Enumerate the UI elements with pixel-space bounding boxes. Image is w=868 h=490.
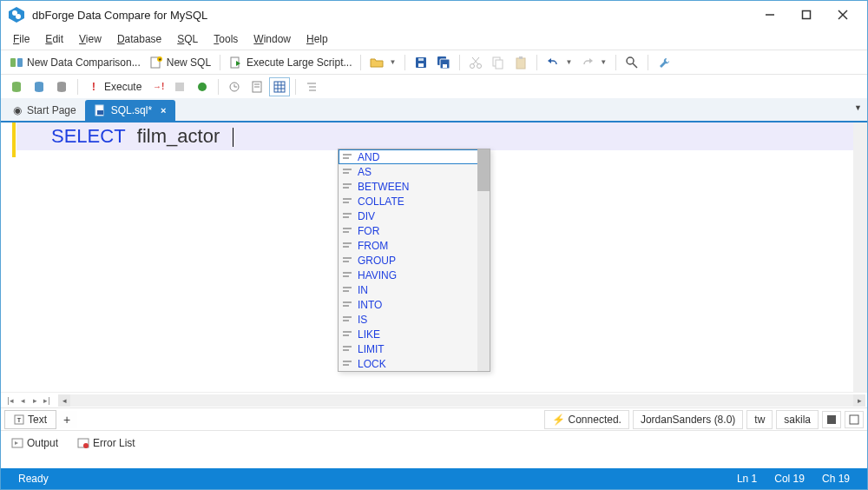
editor-horizontal-scrollbar[interactable]: ◂ ▸: [58, 394, 865, 407]
autocomplete-item[interactable]: INTO: [339, 297, 490, 312]
autocomplete-item[interactable]: IS: [339, 312, 490, 327]
autocomplete-item[interactable]: LOCK: [339, 356, 490, 371]
grid-icon: [273, 80, 286, 94]
tab-sql[interactable]: SQL.sql* ×: [85, 100, 175, 121]
layout-toggle-2[interactable]: [845, 411, 864, 428]
keyword-icon: [342, 151, 354, 163]
minimize-button[interactable]: [753, 3, 787, 27]
settings-button[interactable]: [654, 53, 674, 72]
svg-rect-65: [343, 228, 352, 229]
db-button-3[interactable]: [51, 77, 72, 96]
tab-start-page[interactable]: ◉ Start Page: [4, 100, 85, 121]
text-cursor: [233, 128, 233, 147]
execute-button[interactable]: ! Execute: [83, 77, 145, 96]
outline-button[interactable]: [301, 77, 322, 96]
svg-rect-60: [343, 187, 349, 189]
nav-prev-icon[interactable]: ◂: [16, 395, 29, 406]
connection-server[interactable]: JordanSanders (8.0): [633, 410, 743, 429]
commit-button[interactable]: [192, 77, 213, 96]
menu-database[interactable]: Database: [110, 31, 168, 47]
connection-status[interactable]: ⚡ Connected.: [544, 410, 629, 429]
svg-rect-73: [343, 287, 352, 288]
autocomplete-item[interactable]: DIV: [339, 209, 490, 223]
status-ready: Ready: [10, 473, 57, 485]
autocomplete-scrollbar[interactable]: [477, 149, 490, 371]
autocomplete-item[interactable]: LIMIT: [339, 341, 490, 356]
tabs-overflow-button[interactable]: ▼: [854, 103, 862, 112]
maximize-button[interactable]: [789, 3, 824, 27]
nav-first-icon[interactable]: |◂: [4, 395, 16, 406]
autocomplete-item[interactable]: AS: [339, 164, 490, 179]
connection-database[interactable]: sakila: [776, 410, 819, 429]
open-folder-button[interactable]: ▼: [366, 53, 399, 72]
save-button[interactable]: [411, 53, 431, 72]
undo-button[interactable]: ▼: [542, 53, 575, 72]
autocomplete-popup: ANDASBETWEENCOLLATEDIVFORFROMGROUPHAVING…: [338, 149, 490, 372]
find-button[interactable]: [621, 53, 642, 72]
save-all-button[interactable]: [433, 53, 454, 72]
view-text-tab[interactable]: T Text: [4, 410, 56, 429]
editor-gutter: [1, 122, 16, 392]
autocomplete-item-label: FOR: [358, 225, 379, 237]
keyword-icon: [342, 299, 354, 311]
menu-help[interactable]: Help: [299, 31, 335, 47]
scroll-right-icon[interactable]: ▸: [853, 394, 865, 407]
autocomplete-item[interactable]: IN: [339, 282, 490, 297]
scroll-left-icon[interactable]: ◂: [58, 394, 70, 407]
connection-user[interactable]: tw: [746, 410, 773, 429]
copy-button[interactable]: [488, 53, 509, 72]
paste-button[interactable]: [510, 53, 531, 72]
autocomplete-item[interactable]: FOR: [339, 223, 490, 238]
nav-next-icon[interactable]: ▸: [29, 395, 41, 406]
history-button[interactable]: [224, 77, 245, 96]
new-data-comparison-button[interactable]: New Data Comparison...: [6, 53, 144, 72]
code-editor[interactable]: SELECT film_actor ANDASBETWEENCOLLATEDIV…: [16, 122, 867, 392]
db-button-2[interactable]: [29, 77, 49, 96]
autocomplete-item[interactable]: BETWEEN: [339, 179, 490, 194]
svg-rect-59: [343, 183, 352, 185]
autocomplete-item[interactable]: GROUP: [339, 253, 490, 268]
autocomplete-item[interactable]: COLLATE: [339, 194, 490, 209]
bookmark-button[interactable]: [247, 77, 267, 96]
status-line: Ln 1: [728, 473, 766, 485]
autocomplete-item-label: AS: [358, 166, 372, 178]
error-list-button[interactable]: Error List: [74, 435, 139, 451]
cut-icon: [469, 56, 483, 70]
layout-toggle-1[interactable]: [822, 411, 841, 428]
stop-button[interactable]: [169, 77, 190, 96]
cut-button[interactable]: [465, 53, 486, 72]
autocomplete-item[interactable]: AND: [339, 149, 490, 164]
wrench-icon: [657, 56, 671, 70]
autocomplete-item[interactable]: HAVING: [339, 268, 490, 282]
menu-file[interactable]: File: [6, 31, 36, 47]
svg-rect-63: [343, 213, 352, 215]
nav-last-icon[interactable]: ▸|: [41, 395, 53, 406]
menu-window[interactable]: Window: [247, 31, 298, 47]
autocomplete-item[interactable]: FROM: [339, 238, 490, 253]
redo-button[interactable]: ▼: [577, 53, 610, 72]
add-view-button[interactable]: +: [56, 411, 77, 428]
svg-rect-56: [343, 157, 349, 159]
autocomplete-item[interactable]: LIKE: [339, 327, 490, 341]
editor-vertical-scrollbar[interactable]: [853, 122, 867, 392]
menu-edit[interactable]: Edit: [38, 31, 70, 47]
menu-sql[interactable]: SQL: [170, 31, 205, 47]
svg-rect-68: [343, 246, 349, 248]
svg-text:T: T: [17, 416, 22, 424]
execute-step-button[interactable]: →!: [147, 77, 168, 96]
close-button[interactable]: [825, 3, 860, 27]
keyword-icon: [342, 269, 354, 281]
status-col: Col 19: [766, 473, 813, 485]
output-label: Output: [27, 437, 58, 449]
menu-tools[interactable]: Tools: [207, 31, 245, 47]
tab-close-icon[interactable]: ×: [161, 105, 166, 116]
statusbar: Ready Ln 1 Col 19 Ch 19: [1, 468, 867, 489]
grid-toggle-button[interactable]: [269, 77, 290, 96]
keyword-icon: [342, 240, 354, 252]
menu-view[interactable]: View: [72, 31, 108, 47]
new-sql-button[interactable]: ★ New SQL: [146, 53, 214, 72]
output-panel-button[interactable]: Output: [8, 435, 62, 451]
db-button-1[interactable]: [6, 77, 27, 96]
svg-rect-81: [343, 346, 352, 348]
execute-large-script-button[interactable]: Execute Large Script...: [226, 53, 355, 72]
